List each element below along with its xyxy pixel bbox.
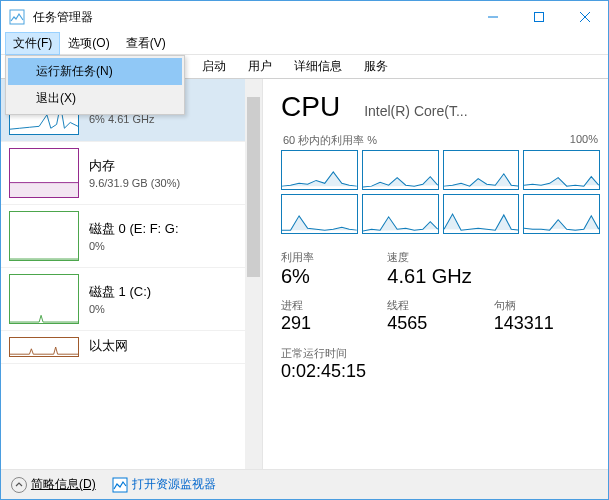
sidebar-disk0-text: 磁盘 0 (E: F: G: 0% bbox=[89, 220, 254, 252]
menu-options[interactable]: 选项(O) bbox=[60, 32, 117, 55]
scroll-thumb[interactable] bbox=[247, 97, 260, 277]
resource-monitor-icon bbox=[112, 477, 128, 493]
cpu-model: Intel(R) Core(T... bbox=[364, 103, 467, 119]
sidebar-item-disk0[interactable]: 磁盘 0 (E: F: G: 0% bbox=[1, 205, 262, 268]
threads-label: 线程 bbox=[387, 298, 493, 313]
core-chart-4 bbox=[281, 194, 358, 234]
sidebar-disk1-text: 磁盘 1 (C:) 0% bbox=[89, 283, 254, 315]
fewer-details-label: 简略信息(D) bbox=[31, 476, 96, 493]
core-chart-3 bbox=[523, 150, 600, 190]
stat-threads: 线程 4565 bbox=[387, 298, 493, 334]
stat-speed: 速度 4.61 GHz bbox=[387, 250, 600, 288]
sidebar-disk1-sub: 0% bbox=[89, 303, 254, 315]
tab-services[interactable]: 服务 bbox=[353, 54, 399, 79]
statusbar: 简略信息(D) 打开资源监视器 bbox=[1, 469, 608, 499]
util-label: 利用率 bbox=[281, 250, 387, 265]
core-chart-5 bbox=[362, 194, 439, 234]
minimize-button[interactable] bbox=[470, 1, 516, 33]
sidebar-item-memory[interactable]: 内存 9.6/31.9 GB (30%) bbox=[1, 142, 262, 205]
disk1-mini-chart bbox=[9, 274, 79, 324]
menu-run-new-task[interactable]: 运行新任务(N) bbox=[8, 58, 182, 85]
sidebar-mem-sub: 9.6/31.9 GB (30%) bbox=[89, 177, 254, 189]
speed-label: 速度 bbox=[387, 250, 600, 265]
handles-label: 句柄 bbox=[494, 298, 600, 313]
window-controls bbox=[470, 1, 608, 33]
sidebar-mem-title: 内存 bbox=[89, 157, 254, 175]
chevron-up-icon bbox=[11, 477, 27, 493]
menu-file[interactable]: 文件(F) bbox=[5, 32, 60, 55]
detail-header: CPU Intel(R) Core(T... bbox=[281, 91, 600, 123]
sidebar-mem-text: 内存 9.6/31.9 GB (30%) bbox=[89, 157, 254, 189]
memory-mini-chart bbox=[9, 148, 79, 198]
uptime-label: 正常运行时间 bbox=[281, 346, 600, 361]
sidebar-item-disk1[interactable]: 磁盘 1 (C:) 0% bbox=[1, 268, 262, 331]
maximize-button[interactable] bbox=[516, 1, 562, 33]
resource-monitor-link[interactable]: 打开资源监视器 bbox=[112, 476, 216, 493]
uptime-value: 0:02:45:15 bbox=[281, 361, 600, 382]
speed-value: 4.61 GHz bbox=[387, 265, 600, 288]
close-button[interactable] bbox=[562, 1, 608, 33]
fewer-details-link[interactable]: 简略信息(D) bbox=[11, 476, 96, 493]
window-title: 任务管理器 bbox=[33, 9, 470, 26]
menu-view[interactable]: 查看(V) bbox=[118, 32, 174, 55]
stats-grid: 利用率 6% 速度 4.61 GHz 进程 291 线程 4565 句柄 143… bbox=[281, 250, 600, 334]
util-value: 6% bbox=[281, 265, 387, 288]
file-dropdown: 运行新任务(N) 退出(X) bbox=[5, 55, 185, 115]
stat-handles: 句柄 143311 bbox=[494, 298, 600, 334]
tab-details[interactable]: 详细信息 bbox=[283, 54, 353, 79]
core-chart-0 bbox=[281, 150, 358, 190]
disk0-mini-chart bbox=[9, 211, 79, 261]
chart-label-right: 100% bbox=[570, 133, 598, 148]
sidebar-eth-text: 以太网 bbox=[89, 337, 254, 357]
tab-users[interactable]: 用户 bbox=[237, 54, 283, 79]
app-icon bbox=[9, 9, 25, 25]
per-core-grid bbox=[281, 150, 600, 234]
menubar: 文件(F) 选项(O) 查看(V) bbox=[1, 33, 608, 55]
threads-value: 4565 bbox=[387, 313, 493, 334]
core-chart-1 bbox=[362, 150, 439, 190]
detail-panel: CPU Intel(R) Core(T... 60 秒内的利用率 % 100% … bbox=[263, 79, 608, 469]
content-area: CPU 6% 4.61 GHz 内存 9.6/31.9 GB (30%) 磁盘 … bbox=[1, 79, 608, 469]
sidebar-eth-title: 以太网 bbox=[89, 337, 254, 355]
svg-rect-5 bbox=[10, 183, 78, 197]
eth-mini-chart bbox=[9, 337, 79, 357]
proc-value: 291 bbox=[281, 313, 387, 334]
svg-rect-2 bbox=[535, 13, 544, 22]
menu-exit[interactable]: 退出(X) bbox=[8, 85, 182, 112]
chart-label-row: 60 秒内的利用率 % 100% bbox=[281, 133, 600, 148]
perf-sidebar: CPU 6% 4.61 GHz 内存 9.6/31.9 GB (30%) 磁盘 … bbox=[1, 79, 263, 469]
detail-title: CPU bbox=[281, 91, 340, 123]
core-chart-7 bbox=[523, 194, 600, 234]
core-chart-2 bbox=[443, 150, 520, 190]
resource-monitor-label: 打开资源监视器 bbox=[132, 476, 216, 493]
stat-processes: 进程 291 bbox=[281, 298, 387, 334]
sidebar-disk0-sub: 0% bbox=[89, 240, 254, 252]
core-chart-6 bbox=[443, 194, 520, 234]
sidebar-disk0-title: 磁盘 0 (E: F: G: bbox=[89, 220, 254, 238]
sidebar-item-ethernet[interactable]: 以太网 bbox=[1, 331, 262, 364]
handles-value: 143311 bbox=[494, 313, 600, 334]
stat-uptime: 正常运行时间 0:02:45:15 bbox=[281, 346, 600, 382]
stat-utilization: 利用率 6% bbox=[281, 250, 387, 288]
chart-label-left: 60 秒内的利用率 % bbox=[283, 133, 377, 148]
sidebar-disk1-title: 磁盘 1 (C:) bbox=[89, 283, 254, 301]
tab-startup[interactable]: 启动 bbox=[191, 54, 237, 79]
proc-label: 进程 bbox=[281, 298, 387, 313]
sidebar-scrollbar[interactable] bbox=[245, 79, 262, 469]
titlebar: 任务管理器 bbox=[1, 1, 608, 33]
